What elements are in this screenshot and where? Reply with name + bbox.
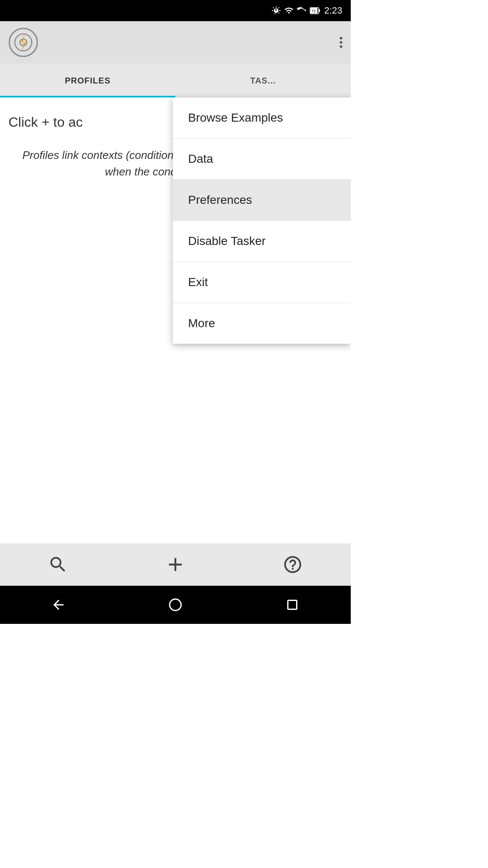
add-icon (164, 554, 186, 576)
menu-item-disable-tasker[interactable]: Disable Tasker (173, 221, 351, 262)
svg-rect-9 (288, 601, 297, 609)
help-icon (283, 554, 303, 575)
menu-item-data[interactable]: Data (173, 139, 351, 180)
svg-text:72: 72 (312, 9, 316, 13)
system-nav-bar (0, 586, 351, 624)
status-time: 2:23 (324, 5, 342, 16)
svg-rect-1 (319, 9, 320, 12)
menu-item-preferences[interactable]: Preferences (173, 180, 351, 221)
status-icons: 72 2:23 (272, 5, 342, 16)
svg-point-5 (15, 34, 32, 51)
battery-icon: 72 (310, 6, 321, 15)
help-button[interactable] (283, 554, 303, 575)
tab-bar: PROFILES TAS... (0, 64, 351, 97)
dot2 (340, 41, 342, 44)
search-icon (48, 554, 68, 575)
overflow-menu-button[interactable] (340, 37, 342, 48)
home-button[interactable] (168, 597, 183, 612)
alarm-icon (272, 6, 281, 15)
main-content: Click + to ac Profiles link contexts (co… (0, 97, 351, 564)
app-logo (8, 28, 38, 57)
svg-point-4 (9, 28, 37, 56)
menu-item-browse-examples[interactable]: Browse Examples (173, 97, 351, 139)
add-button[interactable] (164, 554, 186, 576)
svg-point-8 (170, 599, 181, 611)
search-button[interactable] (48, 554, 68, 575)
dot3 (340, 45, 342, 48)
back-icon (51, 597, 66, 612)
bottom-nav (0, 543, 351, 586)
signal-icon (297, 6, 306, 15)
dropdown-menu: Browse Examples Data Preferences Disable… (173, 97, 351, 344)
recents-icon (285, 597, 300, 612)
tab-tasks[interactable]: TAS... (175, 64, 351, 97)
menu-item-more[interactable]: More (173, 303, 351, 344)
recents-button[interactable] (285, 597, 300, 612)
dot1 (340, 37, 342, 39)
wifi-icon (284, 6, 294, 15)
status-bar: 72 2:23 (0, 0, 351, 21)
home-icon (168, 597, 183, 612)
menu-item-exit[interactable]: Exit (173, 262, 351, 303)
tab-profiles[interactable]: PROFILES (0, 64, 175, 97)
svg-marker-7 (21, 34, 25, 51)
back-button[interactable] (51, 597, 66, 612)
toolbar (0, 21, 351, 64)
